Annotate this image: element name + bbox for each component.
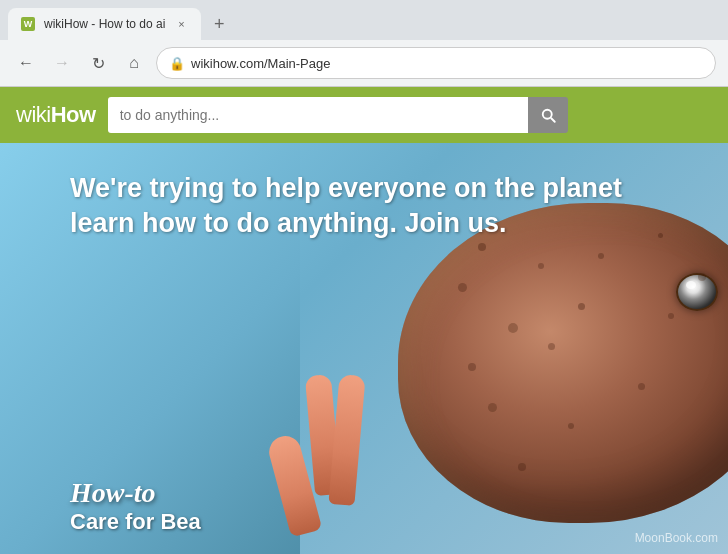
tab-bar: W wikiHow - How to do ai × +: [0, 0, 728, 40]
logo-wiki: wiki: [16, 102, 51, 127]
hero-section: We're trying to help everyone on the pla…: [0, 143, 728, 554]
tab-title: wikiHow - How to do ai: [44, 17, 165, 31]
address-bar[interactable]: 🔒 wikihow.com/Main-Page: [156, 47, 716, 79]
search-icon: [539, 106, 557, 124]
wikihow-header: wikiHow: [0, 87, 728, 143]
search-button[interactable]: [528, 97, 568, 133]
address-text: wikihow.com/Main-Page: [191, 56, 703, 71]
tab-favicon: W: [20, 16, 36, 32]
creature-eye: [676, 273, 718, 311]
active-tab[interactable]: W wikiHow - How to do ai ×: [8, 8, 201, 40]
logo-how: How: [51, 102, 96, 127]
hero-text: We're trying to help everyone on the pla…: [70, 171, 650, 241]
lock-icon: 🔒: [169, 56, 185, 71]
hero-headline: We're trying to help everyone on the pla…: [70, 171, 650, 241]
back-button[interactable]: ←: [12, 49, 40, 77]
nav-bar: ← → ↻ ⌂ 🔒 wikihow.com/Main-Page: [0, 40, 728, 86]
home-button[interactable]: ⌂: [120, 49, 148, 77]
search-input[interactable]: [108, 97, 528, 133]
wikihow-logo[interactable]: wikiHow: [16, 102, 96, 128]
forward-button[interactable]: →: [48, 49, 76, 77]
hero-caption: How-to Care for Bea: [70, 477, 201, 535]
search-bar: [108, 97, 568, 133]
hand-left: [268, 355, 368, 554]
watermark: MoonBook.com: [635, 531, 718, 545]
caption-sub: Care for Bea: [70, 509, 201, 534]
new-tab-button[interactable]: +: [205, 10, 233, 38]
browser-chrome: W wikiHow - How to do ai × + ← → ↻ ⌂ 🔒 w…: [0, 0, 728, 87]
creature-body: [398, 203, 728, 523]
reload-button[interactable]: ↻: [84, 49, 112, 77]
caption-howto: How-to: [70, 477, 201, 509]
tab-close-button[interactable]: ×: [173, 16, 189, 32]
